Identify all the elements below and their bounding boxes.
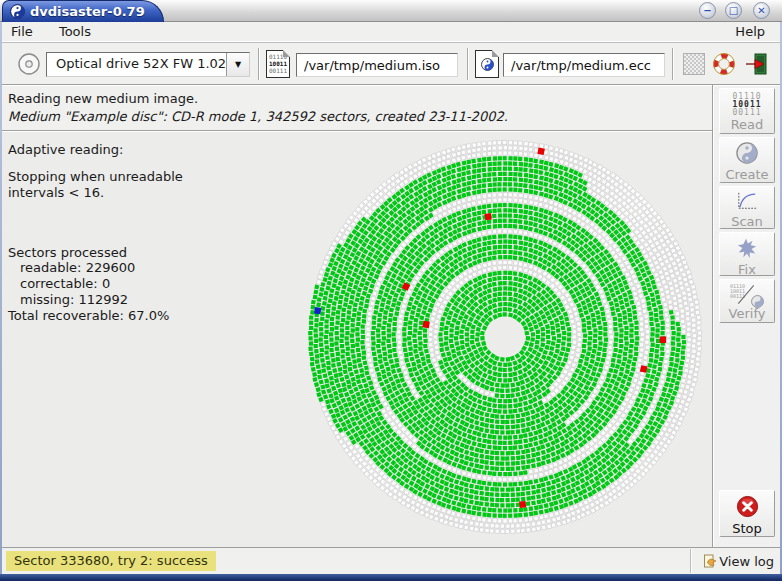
main-panel: Adaptive reading: Stopping when unreadab…	[0, 132, 712, 547]
scan-button[interactable]: Scan	[719, 186, 775, 229]
ecc-path-input[interactable]	[503, 53, 665, 77]
readable-value: 229600	[86, 260, 136, 275]
optical-disc-icon	[16, 51, 42, 77]
sectors-row: correctable: 0	[8, 276, 238, 292]
verify-yinyang-icon	[751, 295, 764, 308]
ecc-yinyang-icon	[481, 58, 494, 71]
iso-icon-binary-row: 00111	[267, 67, 289, 74]
read-button-label: Read	[720, 117, 774, 135]
verify-button-label: Verify	[720, 306, 774, 324]
window-titlebar[interactable]: dvdisaster-0.79 − □ ✕	[0, 0, 782, 22]
reading-info-block: Adaptive reading: Stopping when unreadab…	[8, 142, 238, 324]
preferences-button-disabled-icon[interactable]	[683, 53, 705, 75]
toolbar-divider	[672, 48, 674, 80]
create-button-label: Create	[720, 167, 774, 185]
read-icon-binary-row: 00111	[720, 109, 774, 117]
window-title: dvdisaster-0.79	[30, 4, 145, 19]
toolbar-divider	[467, 48, 469, 80]
window-title-tab[interactable]: dvdisaster-0.79	[2, 0, 164, 22]
window-border-bottom	[0, 574, 782, 581]
maximize-button[interactable]: □	[725, 2, 742, 19]
correctable-value: 0	[102, 276, 110, 291]
menu-help[interactable]: Help	[724, 22, 776, 42]
create-button[interactable]: Create	[719, 137, 775, 183]
menu-tools[interactable]: Tools	[48, 22, 102, 42]
window-border-left	[0, 22, 2, 574]
divider	[712, 85, 714, 547]
stop-icon	[736, 495, 759, 518]
toolbar-divider	[258, 48, 260, 80]
iso-icon-binary-row: 01110	[267, 53, 289, 60]
app-yinyang-icon	[10, 4, 25, 19]
menu-file[interactable]: File	[0, 22, 44, 42]
iso-file-icon: 01110 10011 00111	[266, 50, 290, 78]
create-yinyang-icon	[736, 142, 758, 164]
stop-button-label: Stop	[720, 521, 774, 539]
sector-status-message: Sector 333680, try 2: success	[6, 551, 216, 571]
divider	[690, 549, 692, 573]
iso-path-input[interactable]	[296, 53, 458, 77]
stop-condition-text: Stopping when unreadable intervals < 16.	[8, 169, 208, 201]
chevron-down-icon[interactable]: ▼	[226, 53, 249, 76]
menubar: File Tools Help	[0, 22, 782, 42]
medium-info-line: Medium "Example disc": CD-R mode 1, 3425…	[8, 108, 712, 126]
lifesaver-help-icon[interactable]	[712, 52, 736, 76]
ecc-file-icon	[475, 50, 499, 78]
sectors-processed-title: Sectors processed	[8, 245, 238, 260]
reading-mode-title: Adaptive reading:	[8, 142, 238, 157]
view-log-label: View log	[719, 554, 774, 569]
verify-icon: 01110 10011 00111	[730, 284, 764, 306]
fix-button-label: Fix	[720, 262, 774, 280]
sectors-row: missing: 112992	[8, 292, 238, 308]
drive-select-value: Optical drive 52X FW 1.02	[47, 53, 226, 76]
scan-button-label: Scan	[720, 214, 774, 232]
stop-button[interactable]: Stop	[719, 490, 775, 537]
missing-label: missing:	[20, 292, 74, 307]
read-button[interactable]: 01110 10011 00111 Read	[719, 88, 775, 134]
correctable-label: correctable:	[20, 276, 98, 291]
view-log-icon	[703, 554, 717, 568]
sectors-row: readable: 229600	[8, 260, 238, 276]
status-panel: Reading new medium image. Medium "Exampl…	[0, 86, 712, 131]
close-button[interactable]: ✕	[753, 2, 770, 19]
scan-curve-icon	[735, 191, 759, 211]
verify-button[interactable]: 01110 10011 00111 Verify	[719, 279, 775, 323]
toolbar: Optical drive 52X FW 1.02 ▼ 01110 10011 …	[0, 42, 782, 84]
fix-splat-icon	[736, 237, 758, 259]
drive-select[interactable]: Optical drive 52X FW 1.02 ▼	[46, 52, 250, 77]
total-recoverable: Total recoverable: 67.0%	[8, 308, 238, 324]
status-headline: Reading new medium image.	[8, 90, 712, 108]
readable-label: readable:	[20, 260, 81, 275]
exit-door-icon[interactable]	[744, 51, 770, 77]
minimize-button[interactable]: −	[699, 2, 716, 19]
missing-value: 112992	[78, 292, 128, 307]
statusbar: Sector 333680, try 2: success View log	[0, 548, 782, 574]
view-log-button[interactable]: View log	[703, 551, 774, 571]
iso-icon-binary-row: 10011	[267, 60, 289, 67]
fix-button[interactable]: Fix	[719, 232, 775, 276]
